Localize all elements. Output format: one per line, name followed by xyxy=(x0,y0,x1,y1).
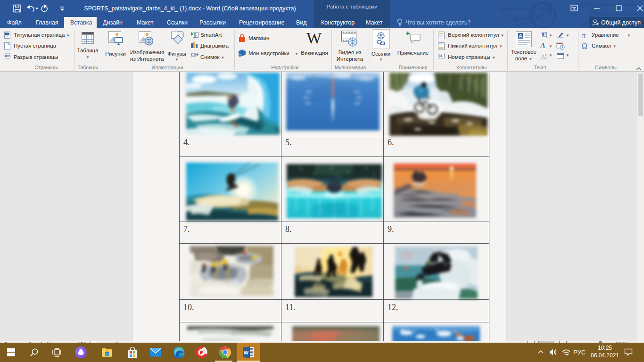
svg-text:A: A xyxy=(519,33,522,39)
svg-text:A: A xyxy=(541,53,545,59)
svg-text:W: W xyxy=(244,350,249,355)
